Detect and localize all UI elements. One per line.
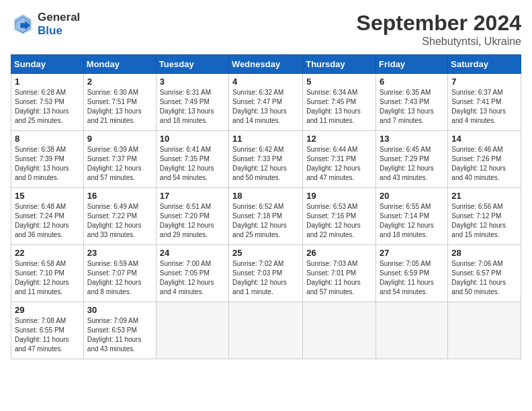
- day-24: 24Sunrise: 7:00 AM Sunset: 7:05 PM Dayli…: [156, 245, 228, 302]
- day-number-23: 23: [87, 248, 152, 258]
- day-18: 18Sunrise: 6:52 AM Sunset: 7:18 PM Dayli…: [229, 188, 303, 245]
- day-25: 25Sunrise: 7:02 AM Sunset: 7:03 PM Dayli…: [229, 245, 303, 302]
- logo: General Blue: [11, 11, 80, 38]
- col-header-saturday: Saturday: [448, 55, 521, 74]
- day-number-10: 10: [160, 134, 225, 144]
- day-info-15: Sunrise: 6:48 AM Sunset: 7:24 PM Dayligh…: [15, 202, 80, 240]
- day-number-2: 2: [87, 77, 152, 87]
- col-header-thursday: Thursday: [303, 55, 376, 74]
- day-26: 26Sunrise: 7:03 AM Sunset: 7:01 PM Dayli…: [303, 245, 376, 302]
- week-row-5: 29Sunrise: 7:08 AM Sunset: 6:55 PM Dayli…: [11, 302, 521, 359]
- day-info-11: Sunrise: 6:42 AM Sunset: 7:33 PM Dayligh…: [232, 145, 299, 183]
- calendar-body: 1Sunrise: 6:28 AM Sunset: 7:53 PM Daylig…: [11, 74, 521, 359]
- day-17: 17Sunrise: 6:51 AM Sunset: 7:20 PM Dayli…: [156, 188, 228, 245]
- day-19: 19Sunrise: 6:53 AM Sunset: 7:16 PM Dayli…: [303, 188, 376, 245]
- day-info-8: Sunrise: 6:38 AM Sunset: 7:39 PM Dayligh…: [15, 145, 80, 183]
- day-info-23: Sunrise: 6:59 AM Sunset: 7:07 PM Dayligh…: [87, 259, 152, 297]
- empty-cell-w5-c3: [229, 302, 303, 359]
- day-14: 14Sunrise: 6:46 AM Sunset: 7:26 PM Dayli…: [448, 131, 521, 188]
- day-info-12: Sunrise: 6:44 AM Sunset: 7:31 PM Dayligh…: [306, 145, 372, 183]
- col-header-tuesday: Tuesday: [156, 55, 228, 74]
- day-info-27: Sunrise: 7:05 AM Sunset: 6:59 PM Dayligh…: [380, 259, 444, 297]
- day-11: 11Sunrise: 6:42 AM Sunset: 7:33 PM Dayli…: [229, 131, 303, 188]
- day-info-7: Sunrise: 6:37 AM Sunset: 7:41 PM Dayligh…: [451, 88, 517, 126]
- day-number-11: 11: [232, 134, 299, 144]
- title-area: September 2024 Shebutyntsi, Ukraine: [357, 11, 521, 48]
- day-number-17: 17: [160, 191, 225, 201]
- empty-cell-w5-c6: [448, 302, 521, 359]
- day-number-14: 14: [451, 134, 517, 144]
- day-21: 21Sunrise: 6:56 AM Sunset: 7:12 PM Dayli…: [448, 188, 521, 245]
- day-20: 20Sunrise: 6:55 AM Sunset: 7:14 PM Dayli…: [376, 188, 448, 245]
- day-info-10: Sunrise: 6:41 AM Sunset: 7:35 PM Dayligh…: [160, 145, 225, 183]
- calendar-table: Sunday Monday Tuesday Wednesday Thursday…: [11, 54, 521, 359]
- day-info-5: Sunrise: 6:34 AM Sunset: 7:45 PM Dayligh…: [306, 88, 372, 126]
- day-number-30: 30: [87, 305, 152, 315]
- day-number-21: 21: [451, 191, 517, 201]
- week-row-1: 1Sunrise: 6:28 AM Sunset: 7:53 PM Daylig…: [11, 74, 521, 131]
- day-info-14: Sunrise: 6:46 AM Sunset: 7:26 PM Dayligh…: [451, 145, 517, 183]
- col-header-monday: Monday: [83, 55, 156, 74]
- day-info-4: Sunrise: 6:32 AM Sunset: 7:47 PM Dayligh…: [232, 88, 299, 126]
- day-number-19: 19: [306, 191, 372, 201]
- day-number-24: 24: [160, 248, 225, 258]
- day-10: 10Sunrise: 6:41 AM Sunset: 7:35 PM Dayli…: [156, 131, 228, 188]
- day-22: 22Sunrise: 6:58 AM Sunset: 7:10 PM Dayli…: [11, 245, 84, 302]
- day-info-25: Sunrise: 7:02 AM Sunset: 7:03 PM Dayligh…: [232, 259, 299, 297]
- day-29: 29Sunrise: 7:08 AM Sunset: 6:55 PM Dayli…: [11, 302, 84, 359]
- day-number-12: 12: [306, 134, 372, 144]
- col-header-friday: Friday: [376, 55, 448, 74]
- day-number-4: 4: [232, 77, 299, 87]
- day-number-26: 26: [306, 248, 372, 258]
- day-info-21: Sunrise: 6:56 AM Sunset: 7:12 PM Dayligh…: [451, 202, 517, 240]
- day-6: 6Sunrise: 6:35 AM Sunset: 7:43 PM Daylig…: [376, 74, 448, 131]
- logo-text: General Blue: [38, 11, 80, 38]
- day-info-9: Sunrise: 6:39 AM Sunset: 7:37 PM Dayligh…: [87, 145, 152, 183]
- week-row-2: 8Sunrise: 6:38 AM Sunset: 7:39 PM Daylig…: [11, 131, 521, 188]
- day-info-6: Sunrise: 6:35 AM Sunset: 7:43 PM Dayligh…: [380, 88, 444, 126]
- col-header-sunday: Sunday: [11, 55, 84, 74]
- day-number-29: 29: [15, 305, 80, 315]
- day-info-22: Sunrise: 6:58 AM Sunset: 7:10 PM Dayligh…: [15, 259, 80, 297]
- day-30: 30Sunrise: 7:09 AM Sunset: 6:53 PM Dayli…: [83, 302, 156, 359]
- day-12: 12Sunrise: 6:44 AM Sunset: 7:31 PM Dayli…: [303, 131, 376, 188]
- day-number-9: 9: [87, 134, 152, 144]
- day-number-25: 25: [232, 248, 299, 258]
- day-info-18: Sunrise: 6:52 AM Sunset: 7:18 PM Dayligh…: [232, 202, 299, 240]
- day-2: 2Sunrise: 6:30 AM Sunset: 7:51 PM Daylig…: [83, 74, 156, 131]
- day-9: 9Sunrise: 6:39 AM Sunset: 7:37 PM Daylig…: [83, 131, 156, 188]
- day-5: 5Sunrise: 6:34 AM Sunset: 7:45 PM Daylig…: [303, 74, 376, 131]
- day-15: 15Sunrise: 6:48 AM Sunset: 7:24 PM Dayli…: [11, 188, 84, 245]
- day-4: 4Sunrise: 6:32 AM Sunset: 7:47 PM Daylig…: [229, 74, 303, 131]
- day-number-22: 22: [15, 248, 80, 258]
- location-subtitle: Shebutyntsi, Ukraine: [357, 36, 521, 48]
- day-number-13: 13: [380, 134, 444, 144]
- day-number-27: 27: [380, 248, 444, 258]
- day-23: 23Sunrise: 6:59 AM Sunset: 7:07 PM Dayli…: [83, 245, 156, 302]
- day-28: 28Sunrise: 7:06 AM Sunset: 6:57 PM Dayli…: [448, 245, 521, 302]
- day-info-2: Sunrise: 6:30 AM Sunset: 7:51 PM Dayligh…: [87, 88, 152, 126]
- day-1: 1Sunrise: 6:28 AM Sunset: 7:53 PM Daylig…: [11, 74, 84, 131]
- day-number-7: 7: [451, 77, 517, 87]
- day-number-28: 28: [451, 248, 517, 258]
- day-number-16: 16: [87, 191, 152, 201]
- empty-cell-w5-c5: [376, 302, 448, 359]
- day-number-18: 18: [232, 191, 299, 201]
- day-8: 8Sunrise: 6:38 AM Sunset: 7:39 PM Daylig…: [11, 131, 84, 188]
- day-info-29: Sunrise: 7:08 AM Sunset: 6:55 PM Dayligh…: [15, 316, 80, 354]
- month-title: September 2024: [357, 11, 521, 36]
- week-row-3: 15Sunrise: 6:48 AM Sunset: 7:24 PM Dayli…: [11, 188, 521, 245]
- day-number-5: 5: [306, 77, 372, 87]
- day-info-30: Sunrise: 7:09 AM Sunset: 6:53 PM Dayligh…: [87, 316, 152, 354]
- day-info-16: Sunrise: 6:49 AM Sunset: 7:22 PM Dayligh…: [87, 202, 152, 240]
- day-27: 27Sunrise: 7:05 AM Sunset: 6:59 PM Dayli…: [376, 245, 448, 302]
- day-3: 3Sunrise: 6:31 AM Sunset: 7:49 PM Daylig…: [156, 74, 228, 131]
- day-info-28: Sunrise: 7:06 AM Sunset: 6:57 PM Dayligh…: [451, 259, 517, 297]
- day-info-26: Sunrise: 7:03 AM Sunset: 7:01 PM Dayligh…: [306, 259, 372, 297]
- day-info-24: Sunrise: 7:00 AM Sunset: 7:05 PM Dayligh…: [160, 259, 225, 297]
- day-info-3: Sunrise: 6:31 AM Sunset: 7:49 PM Dayligh…: [160, 88, 225, 126]
- week-row-4: 22Sunrise: 6:58 AM Sunset: 7:10 PM Dayli…: [11, 245, 521, 302]
- day-number-3: 3: [160, 77, 225, 87]
- day-number-15: 15: [15, 191, 80, 201]
- day-info-1: Sunrise: 6:28 AM Sunset: 7:53 PM Dayligh…: [15, 88, 80, 126]
